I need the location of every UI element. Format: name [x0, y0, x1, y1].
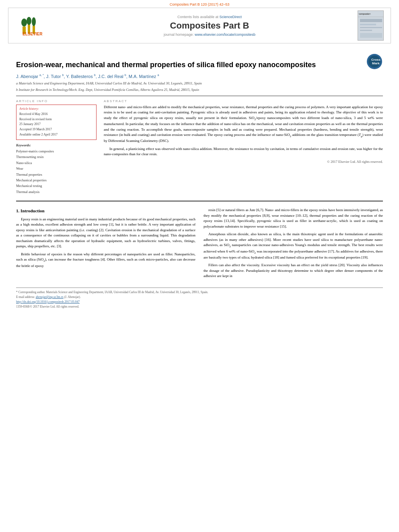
keyword-4: Wear [16, 166, 97, 171]
received-revised-date: 25 January 2017 [19, 122, 93, 127]
journal-title: Composites Part B [65, 21, 354, 31]
crossmark-logo-icon: Cross Mark [368, 55, 381, 68]
svg-text:Mark: Mark [372, 62, 380, 65]
svg-text:composites: composites [359, 13, 370, 15]
journal-thumbnail: composites [358, 10, 384, 41]
email-note: E-mail address: abenojar@ing.uc3m.es (J.… [16, 295, 383, 299]
svg-rect-10 [360, 19, 382, 22]
elsevier-logo-icon: ELSEVIER [21, 14, 57, 37]
sciencedirect-line: Contents lists available at ScienceDirec… [65, 15, 354, 19]
main-content: Erosion-wear, mechanical and thermal pro… [0, 43, 399, 314]
article-info-abstract-section: ARTICLE INFO Article history: Received 4… [16, 99, 383, 195]
footer-section: * Corresponding author. Materials Scienc… [16, 288, 383, 308]
keyword-3: Nano-silica [16, 160, 97, 166]
abstract-paragraph-1: Different nano- and micro-fillers are ad… [104, 105, 383, 144]
svg-point-1 [21, 18, 27, 27]
journal-homepage-link[interactable]: www.elsevier.com/locate/compositesb [195, 33, 255, 37]
corresponding-author-note: * Corresponding author. Materials Scienc… [16, 290, 383, 294]
abstract-label: ABSTRACT [104, 99, 383, 103]
sciencedirect-link[interactable]: ScienceDirect [220, 15, 242, 19]
svg-rect-13 [360, 30, 372, 31]
header-box: ELSEVIER Contents lists available at Sci… [8, 8, 391, 43]
doi-line: http://dx.doi.org/10.1016/j.compositesb.… [16, 300, 383, 304]
article-info-label: ARTICLE INFO [16, 99, 97, 103]
abstract-text: Different nano- and micro-fillers are ad… [104, 105, 383, 157]
article-title: Erosion-wear, mechanical and thermal pro… [16, 60, 363, 70]
received-date: Received 4 May 2016 [19, 112, 93, 117]
keyword-7: Mechanical testing [16, 183, 97, 189]
intro-paragraph-3: resin [5] or natural fibres as Jute [6,7… [204, 207, 383, 229]
svg-text:Cross: Cross [371, 58, 380, 62]
header-divider [16, 96, 383, 96]
author-email-link[interactable]: abenojar@ing.uc3m.es [36, 295, 64, 299]
keyword-1: Polymer-matrix composites [16, 148, 97, 154]
article-info-column: ARTICLE INFO Article history: Received 4… [16, 99, 97, 195]
journal-reference: Composites Part B 120 (2017) 42–53 [0, 0, 399, 8]
journal-ref-text: Composites Part B 120 (2017) 42–53 [170, 2, 230, 6]
keyword-2: Thermosetting resin [16, 154, 97, 160]
intro-paragraph-5: Fillers can also affect the viscosity. E… [204, 263, 383, 279]
journal-thumbnail-area: composites [354, 10, 387, 41]
svg-point-3 [27, 17, 31, 25]
doi-link[interactable]: http://dx.doi.org/10.1016/j.compositesb.… [16, 300, 80, 304]
available-date: Available online 2 April 2017 [19, 132, 93, 138]
keywords-section: Keywords: Polymer-matrix composites Ther… [16, 143, 97, 195]
intro-paragraph-4: Amorphous silicon dioxide, also known as… [204, 232, 383, 260]
issn-line: 1359-8368/© 2017 Elsevier Ltd. All right… [16, 305, 383, 308]
svg-rect-12 [360, 27, 382, 28]
article-history-box: Article history: Received 4 May 2016 Rec… [16, 105, 97, 140]
intro-paragraph-2: Brittle behaviour of epoxies is the reas… [16, 252, 195, 269]
publisher-logo-area: ELSEVIER [12, 14, 65, 37]
copyright-notice: © 2017 Elsevier Ltd. All rights reserved… [104, 160, 383, 164]
authors-line: J. Abenojar a, *, J. Tutor b, Y. Ballest… [16, 74, 383, 79]
page: Composites Part B 120 (2017) 42–53 ELSEV… [0, 0, 399, 532]
crossmark-badge: Cross Mark [367, 54, 383, 70]
crossmark-icon: Cross Mark [367, 54, 382, 69]
keywords-label: Keywords: [16, 143, 97, 147]
journal-homepage-line: journal homepage: www.elsevier.com/locat… [65, 33, 354, 37]
keyword-5: Thermal properties [16, 172, 97, 177]
svg-point-5 [32, 17, 36, 26]
keyword-6: Mechanical properties [16, 177, 97, 183]
abstract-column: ABSTRACT Different nano- and micro-fille… [104, 99, 383, 195]
keyword-8: Thermal analysis [16, 189, 97, 195]
svg-text:ELSEVIER: ELSEVIER [23, 32, 43, 36]
affiliation-b: b Institute for Research in Technology/M… [16, 88, 383, 92]
svg-rect-14 [360, 33, 382, 38]
intro-section-title: 1. Introduction [16, 207, 195, 214]
authors-text: J. Abenojar a, *, J. Tutor b, Y. Ballest… [16, 74, 159, 79]
received-revised-label: Received in revised form [19, 117, 93, 122]
journal-header-center: Contents lists available at ScienceDirec… [65, 13, 354, 38]
svg-rect-11 [360, 24, 376, 25]
intro-paragraph-1: Epoxy resin is an engineering material u… [16, 217, 195, 249]
body-text-section: 1. Introduction Epoxy resin is an engine… [16, 207, 383, 281]
accepted-date: Accepted 19 March 2017 [19, 127, 93, 132]
abstract-paragraph-2: In general, a plasticising effect was ob… [104, 146, 383, 157]
thumbnail-image-icon: composites [358, 11, 384, 41]
body-divider [16, 201, 383, 201]
history-label: Article history: [19, 107, 93, 111]
body-right-column: resin [5] or natural fibres as Jute [6,7… [204, 207, 383, 281]
affiliation-a: a Materials Science and Engineering Depa… [16, 81, 383, 86]
body-left-column: 1. Introduction Epoxy resin is an engine… [16, 207, 195, 281]
